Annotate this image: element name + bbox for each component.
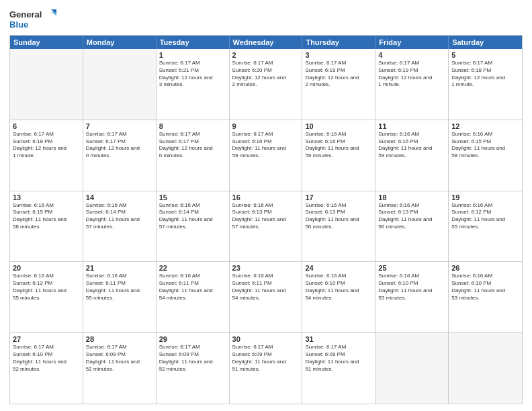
daylight-text-2: 54 minutes. [232,295,300,302]
day-number: 3 [305,51,372,59]
day-number: 6 [13,122,80,130]
daylight-text-2: 2 minutes. [232,81,300,89]
svg-text:Blue: Blue [9,19,28,30]
svg-marker-3 [51,12,56,16]
calendar-cell: 1Sunrise: 6:17 AMSunset: 6:21 PMDaylight… [157,49,230,120]
sunrise-text: Sunrise: 6:16 AM [159,202,226,210]
sunrise-text: Sunrise: 6:17 AM [86,131,153,138]
sunset-text: Sunset: 6:12 PM [451,209,519,216]
daylight-text: Daylight: 11 hours and [86,287,153,295]
sunrise-text: Sunrise: 6:17 AM [159,131,226,138]
sunrise-text: Sunrise: 6:16 AM [86,202,153,210]
sunrise-text: Sunrise: 6:16 AM [451,273,519,280]
header-day-thursday: Thursday [302,36,375,49]
day-number: 24 [305,264,372,272]
calendar-cell [10,49,83,120]
daylight-text-2: 59 minutes. [305,152,372,160]
sunset-text: Sunset: 6:09 PM [232,351,300,359]
sunset-text: Sunset: 6:21 PM [159,67,226,75]
calendar-cell: 10Sunrise: 6:16 AMSunset: 6:16 PMDayligh… [302,120,375,191]
calendar-cell: 31Sunrise: 6:17 AMSunset: 6:09 PMDayligh… [302,333,375,404]
sunrise-text: Sunrise: 6:16 AM [451,131,519,138]
logo-svg: General Blue [9,7,56,31]
day-number: 7 [86,122,153,130]
day-number: 30 [232,335,300,343]
daylight-text-2: 0 minutes. [159,152,226,160]
daylight-text: Daylight: 11 hours and [232,145,300,152]
daylight-text-2: 52 minutes. [159,366,226,373]
calendar-cell [375,333,449,404]
daylight-text-2: 52 minutes. [86,366,153,373]
daylight-text: Daylight: 11 hours and [305,287,372,295]
day-number: 9 [232,122,300,130]
daylight-text: Daylight: 11 hours and [159,287,226,295]
sunset-text: Sunset: 6:16 PM [305,138,372,146]
calendar-cell: 22Sunrise: 6:16 AMSunset: 6:11 PMDayligh… [157,262,230,332]
daylight-text: Daylight: 12 hours and [378,75,445,82]
sunrise-text: Sunrise: 6:16 AM [305,273,372,280]
sunrise-text: Sunrise: 6:17 AM [232,60,300,67]
calendar-week-2: 13Sunrise: 6:16 AMSunset: 6:15 PMDayligh… [10,191,522,262]
day-number: 31 [305,335,372,343]
calendar-cell [83,49,157,120]
day-number: 10 [305,122,372,130]
daylight-text-2: 1 minute. [451,81,519,89]
daylight-text-2: 3 minutes. [159,81,226,89]
calendar-cell: 19Sunrise: 6:16 AMSunset: 6:12 PMDayligh… [449,191,522,262]
sunrise-text: Sunrise: 6:16 AM [378,273,445,280]
sunrise-text: Sunrise: 6:17 AM [13,131,80,138]
header: General Blue [9,7,523,31]
sunrise-text: Sunrise: 6:17 AM [305,60,372,67]
header-day-sunday: Sunday [10,36,83,49]
daylight-text-2: 58 minutes. [451,152,519,160]
sunrise-text: Sunrise: 6:17 AM [86,344,153,351]
daylight-text: Daylight: 11 hours and [378,145,445,152]
daylight-text: Daylight: 11 hours and [305,216,372,224]
daylight-text-2: 51 minutes. [305,366,372,373]
sunset-text: Sunset: 6:15 PM [13,209,80,216]
sunrise-text: Sunrise: 6:17 AM [159,60,226,67]
calendar-cell: 23Sunrise: 6:16 AMSunset: 6:11 PMDayligh… [230,262,303,332]
sunset-text: Sunset: 6:19 PM [305,67,372,75]
daylight-text: Daylight: 12 hours and [159,145,226,152]
daylight-text-2: 54 minutes. [159,295,226,302]
calendar-cell: 6Sunrise: 6:17 AMSunset: 6:18 PMDaylight… [10,120,83,191]
daylight-text: Daylight: 11 hours and [232,287,300,295]
daylight-text-2: 0 minutes. [86,152,153,160]
sunset-text: Sunset: 6:20 PM [232,67,300,75]
daylight-text-2: 53 minutes. [451,295,519,302]
sunset-text: Sunset: 6:14 PM [159,209,226,216]
day-number: 23 [232,264,300,272]
sunrise-text: Sunrise: 6:16 AM [13,202,80,210]
calendar-cell: 14Sunrise: 6:16 AMSunset: 6:14 PMDayligh… [83,191,157,262]
calendar-cell: 20Sunrise: 6:16 AMSunset: 6:12 PMDayligh… [10,262,83,332]
header-day-friday: Friday [375,36,449,49]
daylight-text-2: 1 minute. [13,152,80,160]
daylight-text: Daylight: 11 hours and [451,145,519,152]
day-number: 27 [13,335,80,343]
calendar-cell: 4Sunrise: 6:17 AMSunset: 6:19 PMDaylight… [375,49,449,120]
svg-text:General: General [9,9,42,19]
day-number: 12 [451,122,519,130]
calendar-cell: 17Sunrise: 6:16 AMSunset: 6:13 PMDayligh… [302,191,375,262]
daylight-text-2: 53 minutes. [378,295,445,302]
daylight-text: Daylight: 11 hours and [159,216,226,224]
day-number: 16 [232,193,300,201]
day-number: 14 [86,193,153,201]
calendar-cell: 7Sunrise: 6:17 AMSunset: 6:17 PMDaylight… [83,120,157,191]
calendar-cell: 30Sunrise: 6:17 AMSunset: 6:09 PMDayligh… [230,333,303,404]
daylight-text-2: 56 minutes. [305,224,372,231]
sunset-text: Sunset: 6:15 PM [451,138,519,146]
calendar-week-4: 27Sunrise: 6:17 AMSunset: 6:10 PMDayligh… [10,332,522,404]
calendar-cell: 28Sunrise: 6:17 AMSunset: 6:09 PMDayligh… [83,333,157,404]
sunset-text: Sunset: 6:10 PM [378,280,445,287]
calendar-cell: 18Sunrise: 6:16 AMSunset: 6:13 PMDayligh… [375,191,449,262]
calendar-cell: 21Sunrise: 6:16 AMSunset: 6:11 PMDayligh… [83,262,157,332]
logo: General Blue [9,7,56,31]
sunrise-text: Sunrise: 6:16 AM [159,273,226,280]
calendar-week-1: 6Sunrise: 6:17 AMSunset: 6:18 PMDaylight… [10,120,522,191]
sunset-text: Sunset: 6:10 PM [451,280,519,287]
sunrise-text: Sunrise: 6:16 AM [232,202,300,210]
daylight-text-2: 58 minutes. [13,224,80,231]
sunset-text: Sunset: 6:16 PM [378,138,445,146]
